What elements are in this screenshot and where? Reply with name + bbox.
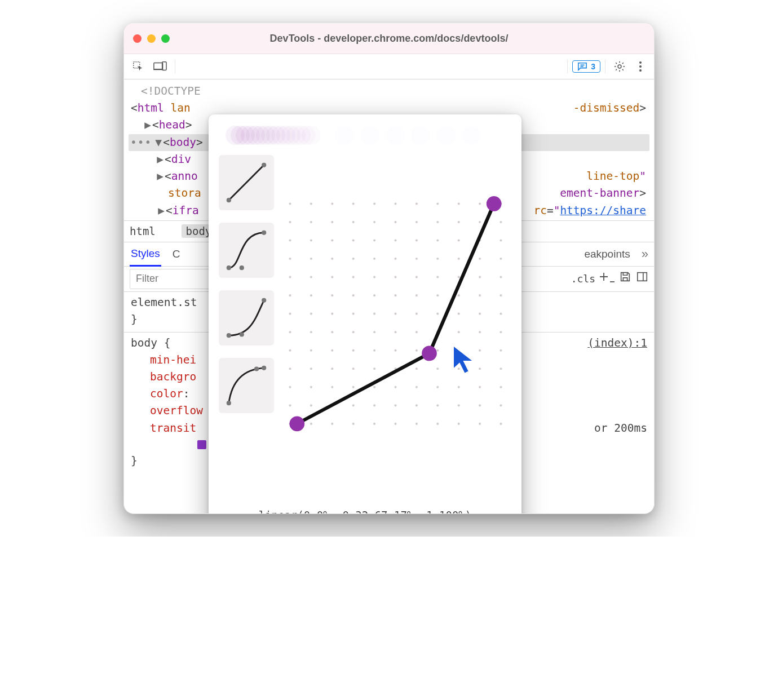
svg-point-144 <box>352 404 355 406</box>
tab-computed[interactable]: C <box>171 242 182 265</box>
svg-point-61 <box>458 258 460 260</box>
toggle-sidebar-button[interactable] <box>636 271 648 288</box>
svg-point-49 <box>436 239 439 241</box>
more-button[interactable] <box>631 58 649 75</box>
svg-point-25 <box>394 202 396 205</box>
styles-filter-input[interactable]: Filter <box>130 269 210 289</box>
svg-point-117 <box>479 349 481 352</box>
svg-point-6 <box>639 69 642 72</box>
kebab-icon <box>635 60 646 73</box>
svg-point-76 <box>310 294 312 296</box>
svg-point-120 <box>310 367 312 370</box>
inspect-element-button[interactable] <box>129 58 148 75</box>
svg-point-145 <box>373 404 375 406</box>
svg-point-64 <box>289 276 291 278</box>
expand-icon[interactable]: ▶ <box>157 202 166 219</box>
svg-point-55 <box>331 258 333 260</box>
svg-point-119 <box>289 367 291 370</box>
computed-styles-button[interactable] <box>619 271 631 288</box>
svg-point-58 <box>394 258 396 260</box>
issues-button[interactable]: 3 <box>572 60 600 73</box>
svg-point-89 <box>352 313 355 315</box>
settings-button[interactable] <box>610 58 629 75</box>
source-link[interactable]: (index):1 <box>587 335 647 352</box>
svg-point-19 <box>254 366 259 371</box>
preset-ease-in-out[interactable] <box>219 223 274 278</box>
svg-point-46 <box>373 239 375 241</box>
svg-point-96 <box>499 313 502 315</box>
preset-ease-out[interactable] <box>219 358 274 413</box>
svg-point-44 <box>331 239 333 241</box>
svg-point-10 <box>262 163 266 167</box>
preset-linear[interactable] <box>219 155 274 210</box>
svg-point-40 <box>479 221 481 223</box>
svg-point-107 <box>499 331 502 333</box>
svg-point-3 <box>618 65 621 68</box>
svg-point-93 <box>436 313 439 315</box>
svg-point-54 <box>310 258 312 260</box>
svg-point-147 <box>415 404 418 406</box>
easing-preview <box>222 125 508 146</box>
close-window-button[interactable] <box>133 34 142 43</box>
collapse-icon[interactable]: ▼ <box>154 134 163 151</box>
save-icon <box>619 274 631 285</box>
svg-point-123 <box>373 367 375 370</box>
minimize-window-button[interactable] <box>147 34 156 43</box>
svg-point-139 <box>479 386 481 388</box>
svg-point-77 <box>331 294 333 296</box>
svg-point-26 <box>415 202 418 205</box>
plus-icon <box>600 274 615 285</box>
svg-point-95 <box>479 313 481 315</box>
window-controls <box>133 34 170 43</box>
expand-icon[interactable]: ▶ <box>156 151 165 168</box>
svg-point-159 <box>436 423 439 425</box>
easing-editor-popover[interactable]: linear(0 0%, 0.32 67.17%, 1 100%) <box>209 114 521 514</box>
svg-point-5 <box>639 65 642 68</box>
svg-point-13 <box>262 231 266 235</box>
svg-point-50 <box>458 239 460 241</box>
svg-point-106 <box>479 331 481 333</box>
content: <!DOCTYPE <html lan -dismissed> ▶ <head>… <box>124 79 654 513</box>
gear-icon <box>613 60 626 73</box>
svg-point-45 <box>352 239 355 241</box>
easing-presets <box>219 152 274 502</box>
maximize-window-button[interactable] <box>161 34 170 43</box>
main-toolbar: 3 <box>124 54 654 79</box>
svg-point-160 <box>458 423 460 425</box>
svg-point-129 <box>499 367 502 370</box>
svg-rect-7 <box>638 272 647 281</box>
easing-curve-canvas[interactable] <box>280 152 511 502</box>
dom-doctype[interactable]: <!DOCTYPE <box>129 83 649 100</box>
tab-breakpoints[interactable]: eakpoints <box>583 242 631 265</box>
tab-styles[interactable]: Styles <box>130 242 161 267</box>
easing-control-point[interactable] <box>487 196 502 211</box>
more-tabs-button[interactable]: » <box>642 245 648 264</box>
expand-icon[interactable]: ▶ <box>156 168 165 185</box>
preset-ease-in[interactable] <box>219 290 274 345</box>
svg-point-15 <box>240 332 244 336</box>
svg-point-79 <box>373 294 375 296</box>
svg-point-100 <box>352 331 355 333</box>
cls-button[interactable]: .cls <box>571 271 595 287</box>
svg-point-114 <box>415 349 418 352</box>
svg-point-90 <box>373 313 375 315</box>
issues-count: 3 <box>591 62 595 71</box>
device-toolbar-button[interactable] <box>150 59 170 74</box>
svg-point-153 <box>310 423 312 425</box>
easing-control-point[interactable] <box>422 346 437 361</box>
svg-point-81 <box>415 294 418 296</box>
easing-control-point[interactable] <box>289 417 304 432</box>
easing-swatch[interactable] <box>197 440 206 449</box>
svg-point-103 <box>415 331 418 333</box>
new-style-rule-button[interactable] <box>600 271 615 288</box>
svg-point-83 <box>458 294 460 296</box>
expand-icon[interactable]: ▶ <box>143 117 152 134</box>
easing-value-text: linear(0 0%, 0.32 67.17%, 1 100%) <box>219 502 511 514</box>
svg-point-151 <box>499 404 502 406</box>
svg-point-87 <box>310 313 312 315</box>
svg-point-42 <box>289 239 291 241</box>
svg-point-70 <box>415 276 418 278</box>
crumb-html[interactable]: html <box>130 225 156 237</box>
svg-point-71 <box>436 276 439 278</box>
svg-point-63 <box>499 258 502 260</box>
